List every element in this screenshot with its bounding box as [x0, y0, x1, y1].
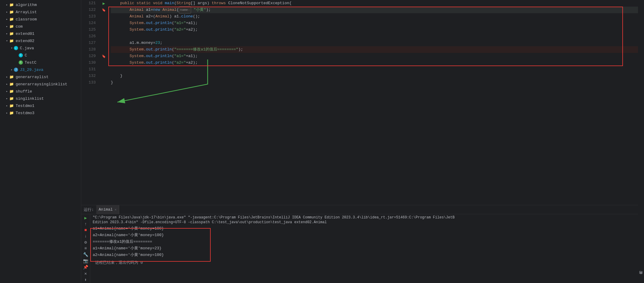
code-line-125: System.out.println("a2="+a2);	[111, 26, 638, 33]
console-cmd-2: Edition 2023.3.4\bin" -Dfile.encoding=UT…	[93, 220, 636, 224]
gutter-124	[99, 20, 108, 26]
sidebar-item-label: classroom	[16, 17, 37, 22]
code-line-131	[111, 66, 638, 73]
run-icon[interactable]: ▶	[103, 1, 105, 6]
arrow-icon	[5, 111, 9, 115]
camera-button[interactable]: 📷	[82, 258, 89, 263]
sidebar-item-extend02[interactable]: extend02	[0, 37, 81, 44]
down-button[interactable]: ↓	[82, 234, 89, 239]
code-line-130: System.out.println("a2="+a2);	[111, 59, 638, 66]
folder-icon	[9, 111, 14, 115]
sidebar-item-c-class[interactable]: C C	[0, 52, 81, 59]
arrow-icon	[5, 3, 9, 7]
sidebar-item-testdmo3[interactable]: Testdmo3	[0, 109, 81, 117]
folder-icon	[9, 31, 14, 36]
bookmark-icon: 🔖	[102, 8, 106, 12]
code-line-132: }	[111, 73, 638, 79]
arrow-icon	[5, 82, 9, 86]
sidebar-item-label: shuffle	[16, 89, 32, 94]
line-num-131: 131	[81, 66, 96, 73]
pin-button[interactable]: 📌	[82, 265, 89, 270]
sidebar-item-classroom[interactable]: classroom	[0, 16, 81, 23]
code-line-133: }	[111, 79, 638, 86]
console-line-2: a2=Animal{name='小黄'money=100}	[93, 232, 636, 238]
sidebar-item-algorithm[interactable]: algorithm	[0, 1, 81, 8]
arrow-icon	[5, 39, 9, 43]
main-content: 121 122 123 124 125 126 127 128 129 130 …	[81, 0, 638, 283]
sidebar-item-generarraysinglinklist[interactable]: generarraysinglinklist	[0, 81, 81, 88]
sidebar-item-extend01[interactable]: extend01	[0, 30, 81, 37]
animal-tab[interactable]: Animal ✕	[96, 205, 119, 214]
sidebar-item-label: TestC	[25, 60, 36, 65]
line-num-127: 127	[81, 40, 96, 46]
sidebar-item-com[interactable]: com	[0, 23, 81, 30]
class-icon: C	[19, 53, 23, 57]
sidebar-item-label: C	[25, 53, 27, 58]
line-num-129: 129	[81, 53, 96, 59]
gutter-132	[99, 73, 108, 79]
settings-button[interactable]: ⚙	[82, 240, 89, 245]
sidebar-item-cjava[interactable]: C C.java	[0, 44, 81, 52]
sidebar-item-label: generarraysinglinklist	[16, 82, 67, 87]
line-num-132: 132	[81, 73, 96, 79]
status-line: 进程已结束，退出代码为 0	[93, 259, 636, 266]
run-label: 运行:	[84, 207, 94, 212]
arrow-icon	[5, 75, 9, 79]
line-num-122: 122	[81, 7, 96, 13]
folder-icon	[9, 75, 14, 79]
folder-icon	[9, 2, 14, 7]
sidebar-item-arraylist[interactable]: ArrayList	[0, 8, 81, 16]
sidebar-item-j329[interactable]: J J3_29.java	[0, 66, 81, 73]
gutter-130	[99, 59, 108, 66]
arrow-icon	[5, 10, 9, 14]
console-line-1: a1=Animal{name='小黄'money=100}	[93, 225, 636, 232]
sidebar-item-testdmo1[interactable]: Testdmo1	[0, 102, 81, 109]
gutter-125	[99, 26, 108, 33]
tab-close-icon[interactable]: ✕	[115, 208, 117, 211]
code-content[interactable]: public static void main(String[] args) t…	[108, 0, 638, 205]
sidebar-item-label: J3_29.java	[20, 68, 43, 72]
line-num-121: 121	[81, 0, 96, 7]
stop-button[interactable]: ■	[82, 228, 89, 233]
console-line-5: a2=Animal{name='小黄'money=100}	[93, 251, 636, 258]
sidebar-item-shuffle[interactable]: shuffle	[0, 88, 81, 95]
folder-icon	[9, 24, 14, 29]
sidebar-item-testc-class[interactable]: C TestC	[0, 59, 81, 66]
spacer	[14, 60, 19, 65]
code-line-128: System.out.println("=======修改a1的值后======…	[111, 46, 638, 53]
sidebar-item-label: Testdmo3	[16, 111, 34, 115]
sidebar-item-label: com	[16, 24, 23, 29]
code-line-122: Animal a1=new Animal(name: "小黄");	[111, 7, 638, 13]
line-num-126: 126	[81, 33, 96, 40]
gutter-127	[99, 40, 108, 46]
gutter-121: ▶	[99, 0, 108, 7]
arrow-icon	[5, 17, 9, 21]
java-file-icon: J	[14, 68, 18, 72]
line-num-133: 133	[81, 79, 96, 86]
file-tree: algorithm ArrayList classroom com extend…	[0, 0, 81, 283]
console-line-4: a1=Animal{name='小黄'money=23}	[93, 245, 636, 251]
sidebar-item-label: algorithm	[16, 3, 37, 7]
sidebar-item-label: extend01	[16, 32, 34, 36]
gutter-128	[99, 46, 108, 53]
filter-button[interactable]: ≡	[82, 246, 89, 251]
bottom-tabs: 运行: Animal ✕	[81, 205, 638, 214]
wrench-button[interactable]: 🔧	[82, 252, 89, 257]
gutter-bookmark-129: 🔖	[99, 53, 108, 59]
up-button[interactable]: ↑	[82, 222, 89, 227]
arrow-icon	[5, 24, 9, 29]
bottom-panel: 运行: Animal ✕ ▶ ↑ ■ ↓ ⚙ ≡ 🔧 📷 �	[81, 205, 638, 283]
line-num-125: 125	[81, 26, 96, 33]
export-button[interactable]: ⬆	[82, 277, 89, 282]
arrow-icon	[5, 104, 9, 108]
gutter-133	[99, 79, 108, 86]
sidebar-item-singlinklist[interactable]: singlinklist	[0, 95, 81, 102]
console-output[interactable]: "C:\Program Files\Java\jdk-17\bin\java.e…	[90, 214, 638, 283]
sidebar-item-generarraylist[interactable]: generarraylist	[0, 73, 81, 81]
close-panel-button[interactable]: ✕	[82, 271, 89, 276]
sidebar-item-label: singlinklist	[16, 96, 44, 101]
bottom-content: ▶ ↑ ■ ↓ ⚙ ≡ 🔧 📷 📌 ✕ ⬆ ▦ "C:\Program Fi	[81, 214, 638, 283]
gutter-126	[99, 33, 108, 40]
run-button[interactable]: ▶	[82, 215, 89, 221]
arrow-icon	[5, 89, 9, 93]
